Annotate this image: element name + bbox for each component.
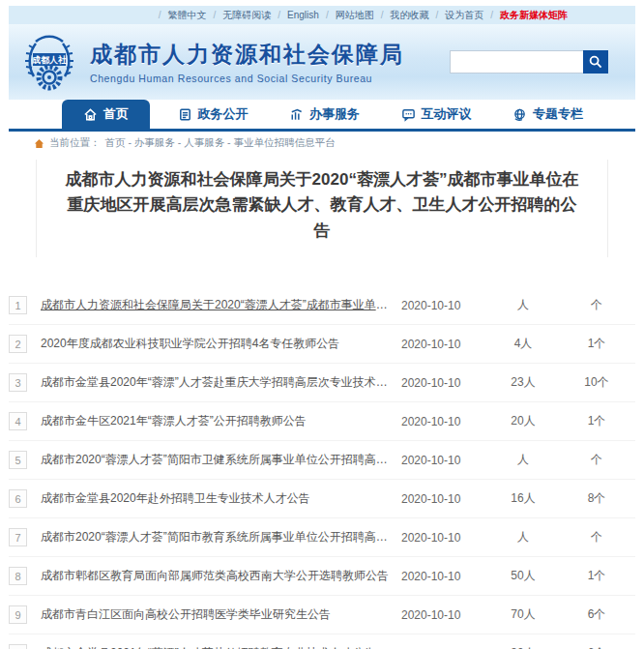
topbar-link[interactable]: 网站地图 [336, 9, 374, 22]
search-icon [589, 55, 602, 69]
announcement-date: 2020-10-10 [401, 299, 488, 312]
link-separator: / [159, 10, 161, 20]
announcement-date: 2020-10-10 [401, 492, 488, 506]
location-home-icon [34, 138, 44, 149]
article-title: 成都市人力资源和社会保障局关于2020“蓉漂人才荟”成都市事业单位在重庆地区开展… [64, 167, 580, 244]
list-item: 2 2020年度成都农业科技职业学院公开招聘4名专任教师公告 2020-10-1… [9, 325, 635, 364]
tab-services[interactable]: 办事服务 [276, 100, 373, 129]
list-item: 8 成都市郫都区教育局面向部属师范类高校西南大学公开选聘教师公告 2020-10… [9, 557, 635, 596]
announcement-link[interactable]: 成都市青白江区面向高校公开招聘医学类毕业研究生公告 [41, 606, 401, 623]
recruit-people-count: 70人 [488, 606, 558, 623]
recruit-position-count: 个 [558, 452, 635, 468]
site-search [450, 50, 608, 74]
recruit-position-count: 10个 [558, 374, 635, 391]
topbar-link[interactable]: 政务新媒体矩阵 [500, 9, 568, 22]
announcement-link[interactable]: 成都市金堂县2020年赴外招聘卫生专业技术人才公告 [41, 490, 401, 507]
site-branding: 成都市人力资源和社会保障局 Chengdu Human Resources an… [90, 40, 450, 84]
breadcrumb-prefix: 当前位置： [49, 136, 101, 150]
tab-label: 互动评议 [422, 105, 472, 123]
announcement-date: 2020-10-10 [401, 608, 488, 622]
recruit-position-count: 8个 [558, 490, 635, 507]
tab-label: 专题专栏 [533, 105, 583, 123]
list-item: 4 成都市金牛区2021年“蓉漂人才荟”公开招聘教师公告 2020-10-10 … [9, 402, 635, 441]
row-number: 8 [9, 567, 27, 585]
recruit-people-count: 人 [488, 529, 558, 546]
search-input[interactable] [450, 50, 583, 74]
recruit-people-count: 23人 [488, 374, 558, 391]
recruit-position-count: 1个 [558, 336, 635, 352]
tab-special-topics[interactable]: 专题专栏 [499, 100, 597, 129]
link-separator: / [214, 10, 217, 20]
row-number: 4 [9, 412, 27, 430]
announcement-link[interactable]: 成都市人力资源和社会保障局关于2020“蓉漂人才荟”成都市事业单位在重庆... [41, 297, 401, 313]
recruit-people-count: 人 [488, 452, 558, 468]
logo-text: 成都人社 [31, 55, 68, 65]
announcement-link[interactable]: 2020年度成都农业科技职业学院公开招聘4名专任教师公告 [41, 336, 401, 352]
top-utility-bar: /繁體中文 /无障碍阅读 /English /网站地图 /我的收藏 /设为首页 … [9, 6, 635, 24]
tab-gov-disclosure[interactable]: 政务公开 [164, 100, 262, 129]
topbar-link[interactable]: 我的收藏 [390, 9, 428, 22]
list-item: 5 成都市2020“蓉漂人才荟”简阳市卫健系统所属事业单位公开招聘高层次人才..… [9, 441, 635, 480]
link-separator: / [326, 10, 329, 20]
topbar-link[interactable]: English [287, 10, 319, 20]
breadcrumb: 当前位置： 首页 - 办事服务 - 人事服务 - 事业单位招聘信息平台 [9, 132, 635, 154]
recruit-people-count: 16人 [488, 490, 558, 507]
row-number: 7 [9, 528, 27, 546]
tab-home[interactable]: 首页 [62, 100, 150, 129]
topbar-link[interactable]: 设为首页 [445, 9, 483, 22]
search-button[interactable] [583, 50, 608, 74]
announcement-date: 2020-10-10 [401, 531, 488, 545]
announcement-date: 2020-10-10 [401, 454, 488, 467]
recruit-position-count: 1个 [558, 413, 635, 429]
announcement-link[interactable]: 成都市2020“蓉漂人才荟”简阳市教育系统所属事业单位公开招聘高层次人才... [41, 529, 401, 546]
recruit-people-count: 人 [488, 297, 558, 313]
recruit-position-count: 个 [558, 297, 635, 313]
chart-icon [289, 107, 304, 122]
recruit-people-count: 50人 [488, 568, 558, 584]
recruit-position-count: 6个 [558, 606, 635, 623]
announcement-link[interactable]: 成都市郫都区教育局面向部属师范类高校西南大学公开选聘教师公告 [41, 568, 401, 584]
row-number: 6 [9, 489, 27, 508]
site-header: 成都人社 成都市人力资源和社会保障局 Chengdu Human Resourc… [9, 24, 635, 100]
announcement-date: 2020-10-10 [401, 570, 488, 583]
site-title-english: Chengdu Human Resources and Social Secur… [90, 73, 450, 84]
link-separator: / [381, 10, 384, 20]
row-number: 5 [9, 451, 27, 469]
row-number: 10 [9, 644, 27, 649]
globe-icon [512, 107, 527, 122]
announcement-date: 2020-10-10 [401, 376, 488, 390]
row-number: 2 [9, 335, 27, 353]
announcement-link[interactable]: 成都市2020“蓉漂人才荟”简阳市卫健系统所属事业单位公开招聘高层次人才... [41, 452, 401, 468]
link-separator: / [278, 10, 280, 20]
document-icon [178, 107, 192, 122]
recruit-people-count: 30人 [488, 645, 558, 649]
breadcrumb-path[interactable]: 首页 - 办事服务 - 人事服务 - 事业单位招聘信息平台 [105, 136, 336, 150]
article-title-box: 成都市人力资源和社会保障局关于2020“蓉漂人才荟”成都市事业单位在重庆地区开展… [36, 160, 608, 257]
page-shell: /繁體中文 /无障碍阅读 /English /网站地图 /我的收藏 /设为首页 … [9, 6, 635, 649]
announcement-date: 2020-10-10 [401, 338, 488, 351]
recruit-position-count: 个 [558, 529, 635, 546]
row-number: 3 [9, 373, 27, 392]
link-separator: / [490, 10, 493, 20]
announcement-link[interactable]: 成都市金堂县2020年“蓉漂”人才荟赴重庆大学招聘高层次专业技术人才公告 [41, 374, 401, 391]
comment-icon [401, 107, 416, 122]
list-item: 7 成都市2020“蓉漂人才荟”简阳市教育系统所属事业单位公开招聘高层次人才..… [9, 518, 635, 557]
topbar-link[interactable]: 无障碍阅读 [222, 9, 271, 22]
tab-label: 政务公开 [198, 105, 249, 123]
topbar-link[interactable]: 繁體中文 [168, 9, 207, 22]
list-item: 9 成都市青白江区面向高校公开招聘医学类毕业研究生公告 2020-10-10 7… [9, 596, 635, 634]
recruit-position-count: 1个 [558, 568, 635, 584]
list-item: 1 成都市人力资源和社会保障局关于2020“蓉漂人才荟”成都市事业单位在重庆..… [9, 286, 635, 325]
announcement-link[interactable]: 成都市金堂县2021年“蓉漂”人才荟赴外招聘教育专业技术人才公告 [41, 645, 401, 649]
recruit-position-count: 6个 [558, 645, 635, 649]
announcement-date: 2020-10-10 [401, 415, 488, 428]
list-item: 3 成都市金堂县2020年“蓉漂”人才荟赴重庆大学招聘高层次专业技术人才公告 2… [9, 364, 635, 402]
row-number: 9 [9, 605, 27, 624]
site-title: 成都市人力资源和社会保障局 [90, 40, 450, 70]
recruit-people-count: 4人 [488, 336, 558, 352]
link-separator: / [435, 10, 438, 20]
announcement-link[interactable]: 成都市金牛区2021年“蓉漂人才荟”公开招聘教师公告 [41, 413, 401, 429]
home-icon [83, 107, 98, 122]
list-item: 6 成都市金堂县2020年赴外招聘卫生专业技术人才公告 2020-10-10 1… [9, 480, 635, 518]
tab-interaction[interactable]: 互动评议 [388, 100, 485, 129]
